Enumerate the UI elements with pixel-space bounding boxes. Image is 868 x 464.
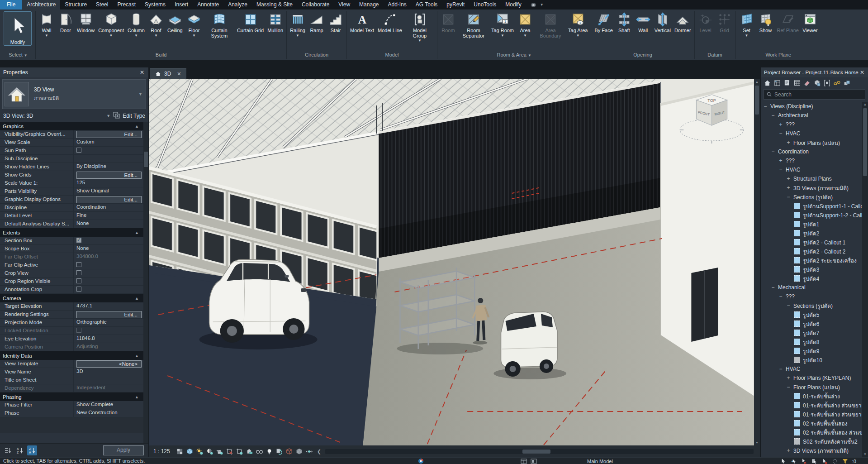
view-cube-top-label[interactable]: TOP: [707, 98, 716, 103]
3d-model-view[interactable]: TOP FRONT RIGHT: [149, 79, 754, 445]
tree-item[interactable]: รูปตัด9: [761, 346, 862, 355]
tree-item[interactable]: รูปตัด10: [761, 355, 862, 364]
tree-item[interactable]: −HVAC: [761, 364, 862, 373]
sort-default-icon[interactable]: [3, 445, 13, 455]
collapse-icon[interactable]: −: [771, 113, 775, 118]
collapse-icon[interactable]: ▲: [135, 230, 141, 235]
tool-column-button[interactable]: Column▼: [126, 11, 147, 38]
section-header-camera[interactable]: Camera▲: [0, 294, 143, 302]
property-value[interactable]: Coordination: [73, 204, 143, 211]
property-value[interactable]: None: [73, 220, 143, 228]
tool-vertical-button[interactable]: Vertical: [653, 11, 673, 33]
tree-item[interactable]: −HVAC: [761, 129, 862, 138]
parts-button[interactable]: [842, 78, 852, 87]
ribbon-tab-pyrevit[interactable]: pyRevit: [442, 0, 469, 10]
collapse-icon[interactable]: −: [778, 167, 783, 172]
tree-item[interactable]: รูปตัด2 - Callout 1: [761, 238, 862, 247]
property-value[interactable]: Show Original: [73, 187, 143, 195]
tool-door-button[interactable]: Door: [56, 11, 75, 33]
select-by-face-toggle[interactable]: [811, 458, 818, 464]
property-value[interactable]: 11846.8: [73, 335, 143, 343]
expand-icon[interactable]: +: [778, 158, 783, 163]
property-value[interactable]: Show Complete: [73, 401, 143, 409]
sun-path-button[interactable]: [195, 447, 204, 456]
show-crop-button[interactable]: [235, 447, 244, 456]
expand-icon[interactable]: +: [786, 448, 791, 453]
property-value[interactable]: [73, 376, 143, 384]
section-header-extents[interactable]: Extents▲: [0, 228, 143, 237]
ribbon-tab-annotate[interactable]: Annotate: [193, 0, 223, 10]
chevron-down-icon[interactable]: ▼: [106, 114, 110, 118]
tree-item[interactable]: −Architectural: [761, 111, 862, 120]
drawing-area[interactable]: TOP FRONT RIGHT ▲ ▼: [149, 79, 760, 445]
crop-view-button[interactable]: [225, 447, 234, 456]
ribbon-tab-steel[interactable]: Steel: [91, 0, 113, 10]
scroll-down-icon[interactable]: ▼: [862, 452, 868, 457]
detail-level-button[interactable]: [175, 447, 185, 456]
sort-ascending-icon[interactable]: AZ: [15, 445, 25, 455]
property-value[interactable]: 3D: [73, 368, 143, 376]
tree-item[interactable]: รูปตัด2: [761, 229, 862, 238]
tree-item[interactable]: −HVAC: [761, 165, 862, 174]
select-pinned-toggle[interactable]: [800, 458, 807, 464]
expand-icon[interactable]: +: [786, 177, 791, 181]
tool-component-button[interactable]: Component▼: [96, 11, 126, 38]
edit-button[interactable]: Edit...: [76, 196, 142, 203]
tree-item[interactable]: −Floor Plans (แปลน): [761, 383, 862, 392]
chevron-left-icon[interactable]: ❮: [317, 449, 321, 454]
checkbox[interactable]: [76, 270, 81, 275]
tree-item[interactable]: +3D Views (ภาพสามมิติ): [761, 446, 862, 455]
checkbox[interactable]: [76, 287, 81, 292]
tree-item[interactable]: รูปตัด3: [761, 265, 862, 274]
ribbon-tab-modify[interactable]: Modify: [501, 0, 526, 10]
tool-ceiling-button[interactable]: Ceiling: [166, 11, 185, 33]
section-header-graphics[interactable]: Graphics▲: [0, 122, 143, 130]
communication-center-icon[interactable]: [417, 458, 424, 464]
background-process-toggle[interactable]: [831, 458, 839, 464]
tree-item[interactable]: −Mechanical: [761, 283, 862, 292]
tree-item[interactable]: −???: [761, 292, 862, 301]
tree-item[interactable]: 02-ระดับพื้นชั้นสอง ส่วนขยายร้านอาหาร: [761, 428, 862, 437]
ribbon-tab-add-ins[interactable]: Add-Ins: [383, 0, 411, 10]
ribbon-tab-systems[interactable]: Systems: [140, 0, 170, 10]
tool-set-button[interactable]: Set▼: [737, 11, 756, 38]
ribbon-tab-collaborate[interactable]: Collaborate: [297, 0, 334, 10]
select-links-toggle[interactable]: [779, 458, 787, 464]
property-value[interactable]: 125: [73, 179, 143, 187]
tool-dormer-button[interactable]: Dormer: [673, 11, 693, 33]
tree-item[interactable]: +???: [761, 120, 862, 129]
instance-selector[interactable]: 3D View: 3D: [3, 113, 104, 119]
assembly-button[interactable]: [812, 78, 822, 87]
horizontal-scrollbar[interactable]: [325, 449, 754, 454]
visual-style-button[interactable]: [185, 447, 194, 456]
property-value[interactable]: Fine: [73, 212, 143, 220]
search-input[interactable]: Search: [764, 89, 865, 100]
tree-item[interactable]: รูปด้านSupport1-1 - Callout 1: [761, 201, 862, 210]
collapse-icon[interactable]: −: [771, 285, 775, 290]
expand-icon[interactable]: +: [786, 186, 791, 190]
property-value[interactable]: [73, 155, 143, 163]
close-icon[interactable]: ✕: [859, 69, 865, 76]
ribbon-tab-structure[interactable]: Structure: [60, 0, 91, 10]
tool-curtain-system-button[interactable]: Curtain System: [204, 11, 235, 38]
collapse-icon[interactable]: ▲: [135, 354, 141, 358]
collapse-icon[interactable]: −: [778, 294, 783, 299]
collapse-icon[interactable]: ▲: [135, 124, 141, 129]
ribbon-tab-architecture[interactable]: Architecture: [22, 0, 60, 10]
tree-item[interactable]: 01-ระดับชั้นล่าง: [761, 392, 862, 401]
expand-icon[interactable]: +: [786, 140, 791, 145]
property-value[interactable]: None: [73, 245, 143, 253]
temporary-hide-button[interactable]: [265, 447, 274, 456]
ribbon-tab-file[interactable]: File: [0, 0, 22, 10]
tool-tag-room-button[interactable]: 1Tag Room▼: [489, 11, 516, 38]
tool-by-face-button[interactable]: By Face: [593, 11, 614, 33]
edit-type-button[interactable]: Edit Type: [123, 113, 145, 119]
tool-modify-button[interactable]: Modify: [4, 11, 32, 46]
worksharing-display-button[interactable]: [275, 447, 284, 456]
scroll-up-icon[interactable]: ▲: [862, 102, 868, 107]
displace-button[interactable]: [305, 447, 314, 456]
ribbon-tab-ag-tools[interactable]: AG Tools: [411, 0, 442, 10]
ribbon-tab-view[interactable]: View: [334, 0, 355, 10]
collapse-icon[interactable]: −: [771, 149, 775, 154]
tree-item[interactable]: รูปตัด6: [761, 319, 862, 328]
